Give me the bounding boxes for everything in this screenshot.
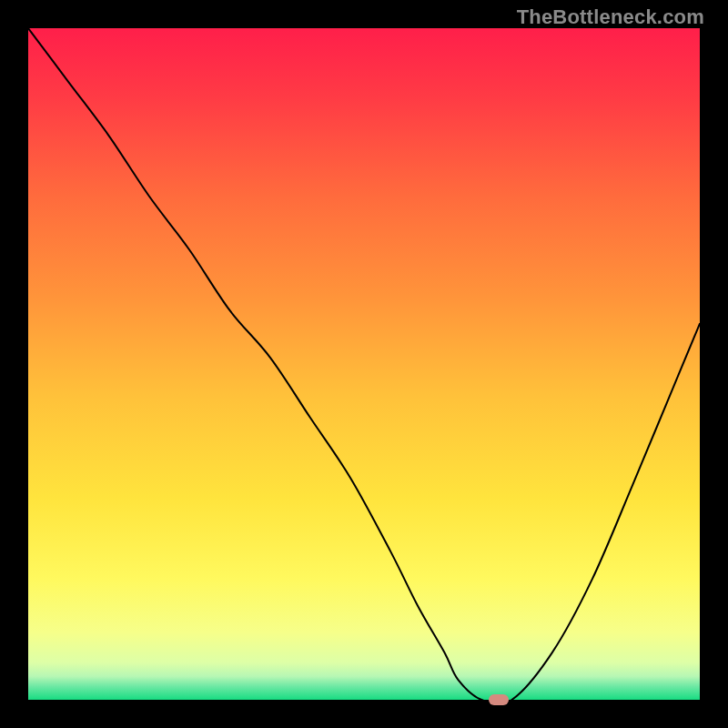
watermark-label: TheBottleneck.com	[517, 5, 704, 29]
chart-canvas: TheBottleneck.com	[0, 0, 728, 728]
bottleneck-curve	[28, 28, 700, 700]
plot-area	[28, 28, 700, 700]
optimal-point-marker	[489, 694, 509, 705]
